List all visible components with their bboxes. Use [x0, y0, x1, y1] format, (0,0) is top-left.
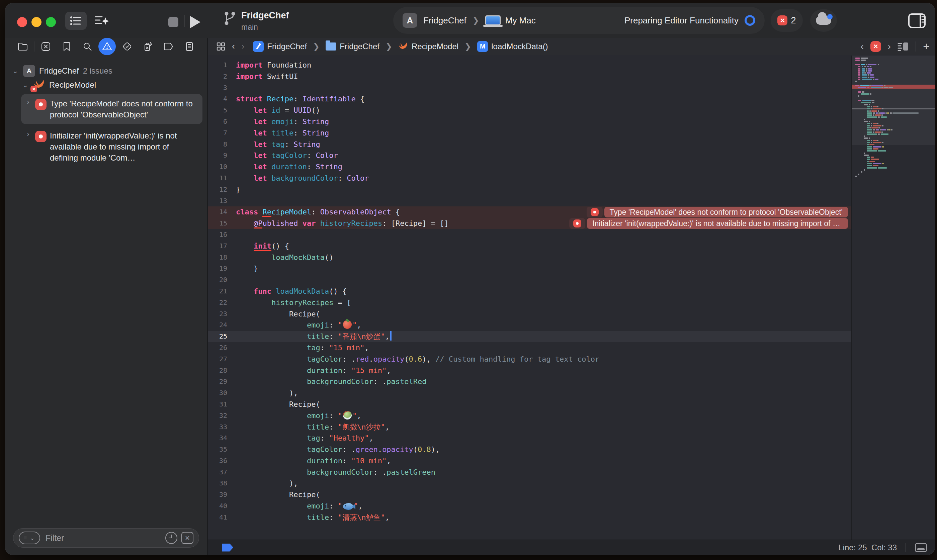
- code-line[interactable]: 10 let duration: String: [208, 161, 851, 172]
- tab-tests[interactable]: [118, 39, 137, 54]
- run-destination[interactable]: My Mac: [505, 15, 536, 26]
- scheme-selector[interactable]: A FridgeChef ❯ My Mac Preparing Editor F…: [393, 7, 765, 34]
- error-badge-icon: ✕: [31, 86, 37, 92]
- code-pane[interactable]: 1import Foundation2import SwiftUI34struc…: [208, 55, 851, 540]
- next-issue-button[interactable]: ›: [888, 41, 891, 52]
- code-line[interactable]: 34 tag: "Healthy",: [208, 432, 851, 444]
- filter-field[interactable]: ≡ ⌄ Filter ✕: [13, 528, 199, 548]
- navigator-toggle-button[interactable]: [65, 12, 87, 30]
- code-line[interactable]: 17 init() {: [208, 240, 851, 252]
- code-line[interactable]: 36 duration: "10 min",: [208, 455, 851, 467]
- back-button[interactable]: ‹: [232, 41, 235, 52]
- code-line[interactable]: 6 let emoji: String: [208, 116, 851, 128]
- code-line[interactable]: 12}: [208, 184, 851, 195]
- code-line[interactable]: 33 title: "凯撒\n沙拉",: [208, 422, 851, 433]
- tab-reports[interactable]: [180, 39, 199, 54]
- breadcrumb-item[interactable]: RecipeModel: [398, 42, 458, 52]
- code-line[interactable]: 39 Recipe(: [208, 489, 851, 500]
- chevron-right-icon[interactable]: ›: [25, 98, 32, 120]
- file-row[interactable]: ⌄ ✕ RecipeModel: [12, 78, 203, 92]
- code-line[interactable]: 1import Foundation: [208, 60, 851, 71]
- code-line[interactable]: 23 Recipe(: [208, 308, 851, 320]
- code-line[interactable]: 15 @Published var historyRecipes: [Recip…: [208, 218, 851, 229]
- related-items-icon[interactable]: [217, 42, 225, 51]
- code-line[interactable]: 13: [208, 195, 851, 207]
- inline-error-banner[interactable]: Type 'RecipeModel' does not conform to p…: [587, 207, 848, 217]
- prev-issue-button[interactable]: ‹: [860, 41, 863, 52]
- stop-button[interactable]: [168, 17, 178, 27]
- forward-button[interactable]: ›: [242, 41, 245, 52]
- code-line[interactable]: 25 title: "番茄\n炒蛋",: [208, 331, 851, 342]
- tab-source-control[interactable]: [37, 39, 55, 54]
- code-line[interactable]: 8 let tag: String: [208, 139, 851, 150]
- tab-breakpoints[interactable]: [159, 39, 178, 54]
- minimap[interactable]: [851, 55, 935, 540]
- clear-filter-icon[interactable]: ✕: [182, 532, 194, 544]
- project-row[interactable]: ⌄ A FridgeChef 2 issues: [12, 64, 203, 78]
- source-editor[interactable]: 1import Foundation2import SwiftUI34struc…: [208, 55, 935, 540]
- run-button[interactable]: [190, 16, 200, 28]
- code-line[interactable]: 22 historyRecipes = [: [208, 297, 851, 308]
- breadcrumb-item[interactable]: MloadMockData(): [477, 41, 548, 52]
- tab-issues[interactable]: [98, 38, 116, 55]
- code-line[interactable]: 21 func loadMockData() {: [208, 286, 851, 297]
- code-line[interactable]: 28 duration: "15 min",: [208, 365, 851, 376]
- code-line[interactable]: 31 Recipe(: [208, 399, 851, 410]
- issue-indicator-icon[interactable]: ✕: [871, 41, 881, 52]
- tab-debug[interactable]: [138, 39, 157, 54]
- tab-find[interactable]: [78, 39, 97, 54]
- filter-menu-icon[interactable]: ≡ ⌄: [19, 532, 40, 544]
- tab-project-navigator[interactable]: [13, 39, 32, 54]
- code-line[interactable]: 4struct Recipe: Identifiable {: [208, 93, 851, 105]
- code-text: }: [236, 184, 240, 195]
- code-line[interactable]: 26 tag: "15 min",: [208, 342, 851, 354]
- code-line[interactable]: 3: [208, 82, 851, 94]
- code-line[interactable]: 30 ),: [208, 388, 851, 399]
- code-line[interactable]: 40 emoji: "",: [208, 500, 851, 512]
- code-line[interactable]: 32 emoji: "",: [208, 410, 851, 422]
- code-line[interactable]: 2import SwiftUI: [208, 71, 851, 82]
- inline-error-banner[interactable]: Initializer 'init(wrappedValue:)' is not…: [569, 218, 848, 229]
- code-line[interactable]: 35 tagColor: .green.opacity(0.8),: [208, 444, 851, 455]
- close-button[interactable]: [17, 17, 27, 27]
- minimize-button[interactable]: [31, 17, 42, 27]
- minimap-toggle-icon[interactable]: [897, 42, 909, 51]
- chevron-down-icon[interactable]: ⌄: [22, 81, 29, 89]
- code-line[interactable]: 16: [208, 229, 851, 240]
- recent-filter-icon[interactable]: [165, 532, 177, 544]
- error-count-button[interactable]: ✕ 2: [771, 9, 803, 32]
- code-line[interactable]: 7 let title: String: [208, 128, 851, 139]
- code-line[interactable]: 38 ),: [208, 478, 851, 489]
- line-number: 24: [208, 320, 236, 331]
- scheme-name[interactable]: FridgeChef: [423, 15, 466, 26]
- cloud-status-button[interactable]: [810, 9, 837, 32]
- add-editor-button[interactable]: +: [923, 40, 929, 53]
- code-line[interactable]: 20: [208, 274, 851, 286]
- code-line[interactable]: 5 let id = UUID(): [208, 105, 851, 116]
- code-line[interactable]: 27 tagColor: .red.opacity(0.6), // Custo…: [208, 354, 851, 365]
- breakpoints-toggle-icon[interactable]: [222, 544, 233, 552]
- assistant-button[interactable]: [91, 12, 113, 30]
- code-line[interactable]: 19 }: [208, 263, 851, 274]
- code-line[interactable]: 14class RecipeModel: ObservableObject {T…: [208, 206, 851, 218]
- editor-options-icon[interactable]: [915, 543, 927, 552]
- code-line[interactable]: 9 let tagColor: Color: [208, 150, 851, 161]
- chevron-down-icon[interactable]: ⌄: [12, 67, 19, 75]
- tab-bookmarks[interactable]: [57, 39, 76, 54]
- issue-row[interactable]: ›Type 'RecipeModel' does not conform to …: [21, 94, 203, 124]
- code-token: Identifiable: [303, 95, 356, 103]
- chevron-right-icon[interactable]: ›: [25, 130, 32, 163]
- code-line[interactable]: 29 backgroundColor: .pastelRed: [208, 376, 851, 388]
- code-line[interactable]: 24 emoji: "",: [208, 320, 851, 331]
- issue-row[interactable]: ›Initializer 'init(wrappedValue:)' is no…: [21, 126, 203, 167]
- inspector-toggle-button[interactable]: [905, 11, 929, 31]
- code-line[interactable]: 11 let backgroundColor: Color: [208, 172, 851, 184]
- code-line[interactable]: 18 loadMockData(): [208, 252, 851, 263]
- line-number: 40: [208, 500, 236, 512]
- zoom-button[interactable]: [46, 17, 56, 27]
- breadcrumb-item[interactable]: FridgeChef: [326, 42, 380, 51]
- code-line[interactable]: 41 title: "清蒸\n鲈鱼",: [208, 512, 851, 523]
- code-line[interactable]: 37 backgroundColor: .pastelGreen: [208, 467, 851, 478]
- breadcrumb-item[interactable]: FridgeChef: [253, 41, 307, 52]
- code-token: [236, 355, 307, 363]
